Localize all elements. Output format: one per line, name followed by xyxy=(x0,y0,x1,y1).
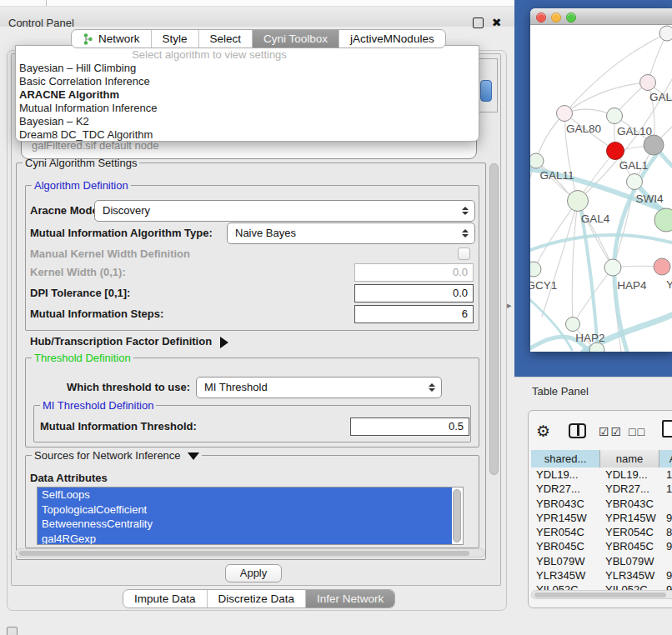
sources-toggle[interactable]: Sources for Network Inference xyxy=(32,449,202,462)
kernel-width-field[interactable]: 0.0 xyxy=(354,263,474,282)
node-label: GAL80 xyxy=(566,122,601,135)
network-node-hap2[interactable] xyxy=(566,318,580,332)
splitter-arrow-icon[interactable]: ▸ xyxy=(507,300,512,311)
algorithm-option[interactable]: ARACNE Algorithm xyxy=(18,88,479,102)
deselect-all-icon[interactable]: □□ xyxy=(629,425,646,438)
group-title: MI Threshold Definition xyxy=(40,399,156,412)
table-row[interactable]: YBL079WYBL079W xyxy=(531,554,672,568)
dpi-tolerance-field[interactable]: 0.0 xyxy=(354,284,474,302)
network-view-window[interactable]: GAL2GAL80GAL10GAL1GAL11SWI4GAL4GCY1HAP4Y… xyxy=(530,8,672,352)
tab-jactivemnodules[interactable]: jActiveMNodules xyxy=(339,30,445,48)
hub-definition-label: Hub/Transcription Factor Definition xyxy=(30,335,212,348)
network-node[interactable] xyxy=(644,135,664,155)
tab-select[interactable]: Select xyxy=(198,30,253,48)
table-cell: 13 xyxy=(666,468,672,482)
chevron-up-down-icon xyxy=(460,223,470,243)
column-header-shared...[interactable]: shared... xyxy=(531,450,600,468)
settings-horizontal-scrollbar[interactable] xyxy=(15,548,485,558)
expand-right-icon[interactable] xyxy=(220,337,228,348)
dock-panel-icon[interactable] xyxy=(7,627,18,635)
close-icon[interactable]: ✖ xyxy=(491,18,502,28)
float-window-icon[interactable] xyxy=(473,18,484,28)
table-cell: 9. xyxy=(666,539,672,553)
data-attributes-list[interactable]: SelfLoopsTopologicalCoefficientBetweenne… xyxy=(37,487,464,545)
select-all-icon[interactable]: ☑☑ xyxy=(599,425,623,438)
network-node-swi4[interactable] xyxy=(627,174,643,190)
aracne-mode-combobox[interactable]: Discovery xyxy=(94,200,475,222)
network-node-gal80[interactable] xyxy=(557,106,573,122)
network-node[interactable] xyxy=(654,208,672,232)
collapse-down-icon[interactable] xyxy=(188,452,199,460)
mi-threshold-field[interactable]: 0.5 xyxy=(350,418,469,436)
control-panel-tabs: NetworkStyleSelectCyni ToolboxjActiveMNo… xyxy=(71,29,446,48)
algorithm-option[interactable]: Bayesian – K2 xyxy=(18,115,479,128)
tab-impute-data[interactable]: Impute Data xyxy=(123,590,207,608)
mi-steps-field[interactable]: 6 xyxy=(354,305,474,323)
network-node-gal4[interactable] xyxy=(568,191,589,212)
mi-algorithm-type-combobox[interactable]: Naive Bayes xyxy=(227,222,475,244)
algorithm-option[interactable]: Mutual Information Inference xyxy=(18,102,479,115)
network-node-y[interactable] xyxy=(654,258,670,275)
tab-network[interactable]: Network xyxy=(72,30,151,48)
network-node-gcy1[interactable] xyxy=(530,262,541,277)
table-cell: YBR043C xyxy=(605,497,654,511)
manual-kernel-checkbox[interactable] xyxy=(458,248,470,260)
control-panel: Control Panel ✖ galFiltered.sif default … xyxy=(0,0,514,635)
table-row[interactable]: YLR345WYLR345W9. xyxy=(531,568,672,582)
network-node-gal10[interactable] xyxy=(607,108,623,124)
columns-icon[interactable] xyxy=(569,423,586,438)
hub-definition-toggle[interactable]: Hub/Transcription Factor Definition xyxy=(30,332,228,351)
network-node-gal11[interactable] xyxy=(530,153,544,168)
tab-label: Style xyxy=(163,32,188,45)
tab-infer-network[interactable]: Infer Network xyxy=(305,590,394,608)
node-label: GAL1 xyxy=(619,159,649,172)
table-row[interactable]: YBR043CYBR043C xyxy=(531,497,672,511)
column-header-A[interactable]: A xyxy=(659,450,672,468)
mac-minimize-button[interactable] xyxy=(551,12,561,22)
table-cell: YER054C xyxy=(536,525,584,539)
which-threshold-label: Which threshold to use: xyxy=(30,377,190,398)
network-node-gal2[interactable] xyxy=(640,75,656,91)
network-canvas[interactable]: GAL2GAL80GAL10GAL1GAL11SWI4GAL4GCY1HAP4Y… xyxy=(530,25,672,352)
attribute-list-item[interactable]: SelfLoops xyxy=(38,488,452,502)
network-window-titlebar[interactable] xyxy=(530,8,672,25)
table-row[interactable]: YIL052CYIL052C9. xyxy=(531,582,672,590)
table-header: shared...nameA xyxy=(531,450,672,468)
attribute-list-item[interactable]: gal4RGexp xyxy=(38,532,452,546)
column-header-name[interactable]: name xyxy=(600,450,659,468)
apply-button[interactable]: Apply xyxy=(225,564,282,582)
mac-close-button[interactable] xyxy=(536,12,546,22)
tab-cyni-toolbox[interactable]: Cyni Toolbox xyxy=(252,30,339,48)
table-row[interactable]: YPR145WYPR145W9. xyxy=(531,511,672,525)
mi-type-label: Mutual Information Algorithm Type: xyxy=(30,222,213,244)
tab-discretize-data[interactable]: Discretize Data xyxy=(207,590,306,608)
gear-icon[interactable]: ⚙ xyxy=(536,422,550,441)
table-horizontal-scrollbar[interactable] xyxy=(531,590,672,599)
settings-vertical-scrollbar[interactable] xyxy=(489,163,499,475)
table-row[interactable]: YDL19...YDL19...13 xyxy=(531,468,672,482)
table-cell: YBR043C xyxy=(536,497,584,511)
algorithm-option[interactable]: Basic Correlation Inference xyxy=(18,75,479,88)
mac-zoom-button[interactable] xyxy=(566,12,576,22)
table-row[interactable]: YER054CYER054C8. xyxy=(531,525,672,539)
algorithm-option[interactable]: Bayesian – Hill Climbing xyxy=(18,62,479,75)
export-table-icon[interactable] xyxy=(662,420,672,438)
list-scrollbar[interactable] xyxy=(453,489,461,542)
table-row[interactable]: YBR045CYBR045C9. xyxy=(531,539,672,553)
table-row[interactable]: YDR27...YDR27...12 xyxy=(531,482,672,496)
group-title: Threshold Definition xyxy=(32,352,133,364)
table-cell: 9. xyxy=(666,568,672,582)
tab-label: Infer Network xyxy=(317,592,384,605)
tab-style[interactable]: Style xyxy=(151,30,198,48)
aracne-mode-label: Aracne Mode: xyxy=(30,200,102,222)
which-threshold-combobox[interactable]: MI Threshold xyxy=(196,377,442,398)
algorithm-option[interactable]: Dream8 DC_TDC Algorithm xyxy=(18,128,479,142)
network-node-hap4[interactable] xyxy=(604,259,621,276)
attribute-list-item[interactable]: BetweennessCentrality xyxy=(38,517,452,532)
network-node-gal1[interactable] xyxy=(607,142,624,160)
network-node[interactable] xyxy=(659,26,672,41)
attribute-list-item[interactable]: TopologicalCoefficient xyxy=(38,502,452,518)
dropdown-placeholder: Select algorithm to view settings xyxy=(16,48,403,61)
algorithm-dropdown-popup: Select algorithm to view settings Bayesi… xyxy=(15,45,479,142)
node-label: GAL10 xyxy=(617,125,652,138)
